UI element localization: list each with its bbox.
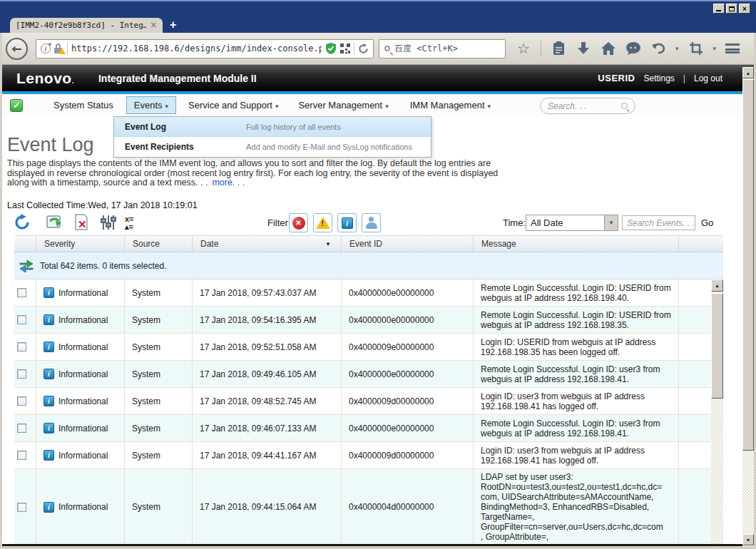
severity-cell: iInformational — [36, 469, 125, 544]
scroll-up-icon[interactable]: ▲ — [711, 279, 723, 292]
dropdown-item-label: Event Log — [114, 122, 246, 132]
row-checkbox[interactable] — [17, 315, 26, 324]
app-header: Lenovo. Integrated Management Module II … — [2, 65, 754, 91]
browser-toolbar: ← i https://192.168.198.6/designs/imm/in… — [0, 33, 756, 65]
chat-bubble-icon[interactable] — [625, 41, 641, 56]
web-search-box[interactable]: 百度 <Ctrl+K> — [379, 39, 506, 58]
date-cell: 17 Jan 2018, 09:52:51.058 AM — [193, 334, 342, 361]
source-cell: System — [125, 307, 193, 334]
go-button[interactable]: Go — [701, 217, 713, 228]
table-row: iInformationalSystem17 Jan 2018, 09:52:5… — [14, 334, 723, 361]
home-icon[interactable] — [601, 41, 616, 56]
filter-settings-icon[interactable] — [100, 214, 117, 231]
menu-system-status[interactable]: System Status — [47, 96, 120, 114]
message-cell: Login ID: user3 from webguis at IP addre… — [474, 442, 679, 469]
refresh-icon[interactable] — [14, 214, 31, 231]
url-bar[interactable]: i https://192.168.198.6/designs/imm/inde… — [36, 39, 374, 58]
insecure-lock-icon[interactable] — [54, 43, 63, 53]
informational-icon: i — [44, 369, 54, 379]
date-cell: 17 Jan 2018, 09:44:15.064 AM — [193, 469, 342, 544]
url-text[interactable]: https://192.168.198.6/designs/imm/index-… — [71, 43, 322, 53]
filter-informational-button[interactable]: i — [337, 213, 357, 232]
source-cell: System — [125, 334, 193, 361]
downloads-icon[interactable] — [576, 41, 591, 56]
row-checkbox-cell — [14, 361, 36, 388]
row-checkbox-cell — [14, 334, 36, 361]
menu-bar: ✓ System Status Events▾ Service and Supp… — [2, 94, 742, 116]
export-results-icon[interactable] — [19, 258, 34, 274]
header-date[interactable]: Date▼ — [193, 236, 342, 252]
source-cell: System — [125, 361, 193, 388]
menu-imm-management[interactable]: IMM Management▾ — [404, 96, 497, 114]
logout-link[interactable]: Log out — [694, 73, 722, 83]
header-source[interactable]: Source — [125, 236, 193, 252]
bookmark-star-icon[interactable]: ☆ — [516, 41, 531, 56]
last-collected-time: Last Collected Time:Wed, 17 Jan 2018 10:… — [7, 200, 198, 210]
web-search-placeholder: 百度 <Ctrl+K> — [394, 43, 458, 55]
browser-scrollbar-thumb[interactable] — [742, 79, 754, 451]
site-search-box[interactable]: Search. . . — [540, 98, 635, 114]
browser-window: × [IMM2-40f2e9b8f3cd] - Integ… ✕ + ← i h… — [0, 0, 756, 549]
row-checkbox[interactable] — [17, 396, 26, 406]
select-columns-icon[interactable]: x=▴= — [124, 214, 141, 231]
export-log-icon[interactable] — [46, 214, 63, 231]
menu-server-management[interactable]: Server Management▾ — [292, 96, 394, 114]
crop-caret-icon[interactable]: ▾ — [713, 45, 717, 52]
row-checkbox[interactable] — [17, 342, 26, 352]
menu-events[interactable]: Events▾ — [126, 96, 176, 114]
header-severity[interactable]: Severity — [36, 236, 125, 252]
maximize-button[interactable] — [726, 4, 737, 14]
delete-events-icon[interactable]: ✕ — [73, 214, 90, 231]
filter-audit-button[interactable] — [362, 213, 381, 232]
search-icon — [621, 103, 628, 109]
settings-link[interactable]: Settings — [643, 73, 674, 83]
row-checkbox[interactable] — [17, 503, 26, 512]
header-message[interactable]: Message — [474, 236, 679, 252]
row-checkbox[interactable] — [17, 451, 26, 460]
time-filter-select[interactable]: All Date ▼ — [526, 215, 618, 231]
shield-check-icon[interactable] — [325, 43, 337, 54]
browser-tab[interactable]: [IMM2-40f2e9b8f3cd] - Integ… ✕ — [10, 18, 163, 33]
scroll-up-icon[interactable]: ▲ — [742, 67, 754, 78]
filter-warning-button[interactable]: ! — [313, 213, 332, 232]
menu-hamburger-icon[interactable] — [725, 43, 740, 53]
screenshot-crop-icon[interactable] — [688, 41, 704, 56]
table-scrollbar[interactable]: ▲ — [711, 279, 723, 544]
lenovo-logo: Lenovo. — [16, 70, 74, 87]
undo-caret-icon[interactable]: ▾ — [675, 45, 679, 52]
chevron-down-icon[interactable]: ▼ — [604, 215, 618, 230]
info-icon: i — [342, 217, 353, 229]
reload-icon[interactable] — [358, 43, 369, 54]
informational-icon: i — [44, 502, 54, 513]
more-link[interactable]: more. . . — [212, 178, 245, 188]
search-events-placeholder: Search Events. . . — [627, 218, 695, 228]
browser-scrollbar[interactable]: ▲ ▼ — [742, 67, 754, 545]
header-checkbox-cell — [14, 236, 36, 252]
undo-icon[interactable] — [650, 41, 666, 56]
new-tab-button[interactable]: + — [170, 19, 176, 31]
table-scrollbar-thumb[interactable] — [711, 293, 723, 399]
date-cell: 17 Jan 2018, 09:44:41.167 AM — [193, 442, 342, 469]
back-button[interactable]: ← — [6, 38, 28, 60]
dropdown-item-event-recipients[interactable]: Event Recipients Add and modify E-Mail a… — [114, 137, 431, 157]
qr-code-icon[interactable] — [340, 43, 350, 53]
severity-label: Informational — [58, 342, 108, 352]
close-button[interactable]: × — [739, 4, 750, 14]
header-event-id[interactable]: Event ID — [342, 236, 474, 252]
time-filter-value: All Date — [526, 217, 604, 228]
filter-error-button[interactable]: ✕ — [289, 213, 308, 232]
dropdown-item-event-log[interactable]: Event Log Full log history of all events — [114, 117, 431, 137]
menu-service-support[interactable]: Service and Support▾ — [182, 96, 285, 114]
informational-icon: i — [44, 342, 54, 352]
bookmarks-menu-icon[interactable] — [551, 41, 566, 56]
row-checkbox[interactable] — [17, 288, 26, 297]
scroll-down-icon[interactable]: ▼ — [742, 534, 754, 545]
site-info-icon[interactable]: i — [41, 43, 51, 53]
dropdown-item-label: Event Recipients — [114, 142, 246, 152]
row-checkbox[interactable] — [17, 369, 26, 379]
minimize-button[interactable] — [713, 4, 725, 14]
tab-close-icon[interactable]: ✕ — [150, 21, 157, 30]
severity-label: Informational — [58, 288, 108, 298]
row-checkbox[interactable] — [17, 424, 26, 433]
search-events-input[interactable]: Search Events. . . — [622, 215, 695, 230]
